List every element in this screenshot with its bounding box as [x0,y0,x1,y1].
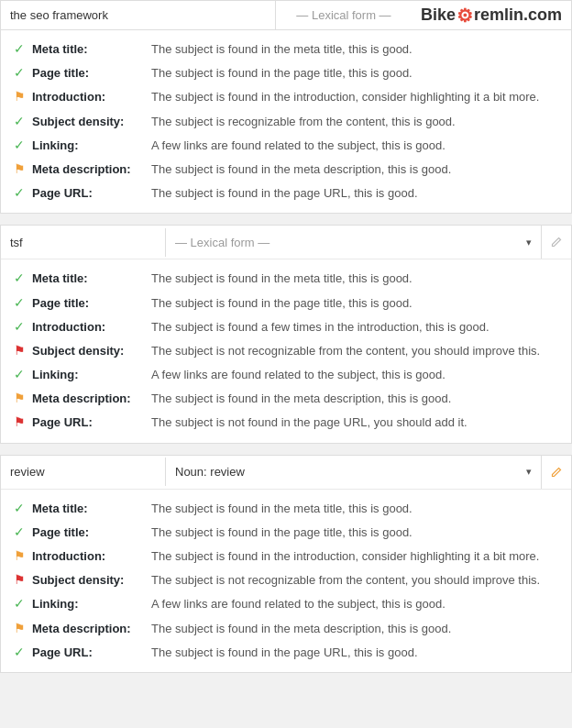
section-3-results: ✓ Meta title: The subject is found in th… [1,490,571,672]
row-value: The subject is found in the meta title, … [151,270,412,287]
row-label: Linking: [32,597,151,611]
section-2: — Lexical form — ▾ ✓ Meta title: The sub… [0,225,572,443]
table-row: ⚑ Meta description: The subject is found… [14,617,558,641]
lexical-dropdown-3-text: Noun: review [175,465,522,479]
lexical-dropdown-2[interactable]: — Lexical form — ▾ [166,226,542,259]
row-value: The subject is found in the introduction… [151,548,539,565]
row-label: Page title: [32,66,151,80]
gear-icon: ⚙ [456,5,473,27]
section-3: Noun: review ▾ ✓ Meta title: The subject… [0,455,572,673]
status-icon-green: ✓ [14,645,32,659]
table-row: ✓ Linking: A few links are found related… [14,134,558,158]
chevron-down-icon: ▾ [526,466,532,478]
row-value: A few links are found related to the sub… [151,367,446,383]
table-row: ✓ Linking: A few links are found related… [14,592,558,616]
row-label: Meta title: [32,502,151,515]
table-row: ✓ Meta title: The subject is found in th… [14,267,558,291]
table-row: ⚑ Meta description: The subject is found… [14,387,558,411]
status-icon-orange: ⚑ [14,548,32,563]
row-label: Page URL: [32,186,151,200]
status-icon-orange: ⚑ [14,391,32,405]
section-2-results: ✓ Meta title: The subject is found in th… [1,259,571,442]
table-row: ✓ Page title: The subject is found in th… [14,292,558,315]
row-label: Introduction: [32,549,151,563]
row-value: The subject is found in the meta descrip… [151,161,451,178]
status-icon-green: ✓ [14,524,32,539]
row-label: Subject density: [32,344,151,358]
row-value: The subject is not recognizable from the… [151,343,540,359]
status-icon-red: ⚑ [14,343,32,358]
status-icon-green: ✓ [14,185,32,200]
row-label: Page URL: [32,415,151,429]
bikegremlin-logo: Bike⚙remlin.com [412,5,571,27]
table-row: ⚑ Subject density: The subject is not re… [14,568,558,592]
edit-icon-2[interactable] [542,226,571,259]
status-icon-red: ⚑ [14,572,32,587]
row-value: The subject is found in the meta descrip… [151,391,451,407]
row-label: Subject density: [32,115,151,128]
keyword-input-3[interactable] [1,458,166,486]
table-row: ✓ Introduction: The subject is found a f… [14,315,558,339]
row-value: The subject is recognizable from the con… [151,114,456,130]
row-label: Meta description: [32,392,151,405]
table-row: ⚑ Introduction: The subject is found in … [14,85,558,109]
section-2-header: — Lexical form — ▾ [1,226,571,259]
row-label: Meta title: [32,42,151,56]
row-value: The subject is found in the page URL, th… [151,185,418,202]
chevron-down-icon: ▾ [526,237,532,248]
row-value: The subject is found in the page URL, th… [151,645,418,661]
table-row: ⚑ Subject density: The subject is not re… [14,339,558,363]
status-icon-green: ✓ [14,295,32,310]
table-row: ⚑ Page URL: The subject is not found in … [14,411,558,435]
row-value: The subject is found in the page title, … [151,65,412,82]
lexical-label-1: — Lexical form — [276,8,412,22]
status-icon-green: ✓ [14,596,32,611]
status-icon-green: ✓ [14,65,32,80]
table-row: ✓ Linking: A few links are found related… [14,363,558,387]
row-label: Page URL: [32,645,151,659]
row-value: The subject is found in the meta title, … [151,41,412,58]
lexical-dropdown-3[interactable]: Noun: review ▾ [166,456,542,489]
status-icon-orange: ⚑ [14,89,32,104]
row-label: Introduction: [32,90,151,104]
row-value: The subject is not found in the page URL… [151,414,468,431]
status-icon-red: ⚑ [14,414,32,429]
row-label: Meta title: [32,271,151,285]
keyword-input-1[interactable] [1,1,276,29]
row-value: The subject is found in the page title, … [151,524,412,541]
row-label: Page title: [32,525,151,539]
row-label: Linking: [32,368,151,381]
section-1: — Lexical form — Bike⚙remlin.com ✓ Meta … [0,0,572,214]
lexical-dropdown-2-text: — Lexical form — [175,236,522,249]
row-value: The subject is found in the page title, … [151,295,412,312]
status-icon-orange: ⚑ [14,161,32,176]
status-icon-green: ✓ [14,367,32,381]
edit-icon-3[interactable] [542,456,571,489]
table-row: ✓ Meta title: The subject is found in th… [14,38,558,61]
status-icon-green: ✓ [14,501,32,515]
table-row: ⚑ Introduction: The subject is found in … [14,545,558,568]
row-value: The subject is found in the meta descrip… [151,621,451,637]
row-value: A few links are found related to the sub… [151,138,446,154]
status-icon-green: ✓ [14,41,32,56]
table-row: ⚑ Meta description: The subject is found… [14,158,558,182]
status-icon-orange: ⚑ [14,621,32,635]
table-row: ✓ Page title: The subject is found in th… [14,61,558,85]
row-label: Meta description: [32,622,151,635]
row-value: A few links are found related to the sub… [151,596,446,612]
table-row: ✓ Subject density: The subject is recogn… [14,110,558,134]
table-row: ✓ Page title: The subject is found in th… [14,521,558,545]
table-row: ✓ Page URL: The subject is found in the … [14,182,558,205]
section-1-header: — Lexical form — Bike⚙remlin.com [1,1,571,30]
row-value: The subject is found a few times in the … [151,319,490,336]
row-label: Page title: [32,296,151,310]
row-label: Subject density: [32,573,151,587]
keyword-input-2[interactable] [1,228,166,257]
status-icon-green: ✓ [14,114,32,128]
row-value: The subject is not recognizable from the… [151,572,540,589]
status-icon-green: ✓ [14,319,32,334]
status-icon-green: ✓ [14,270,32,285]
table-row: ✓ Page URL: The subject is found in the … [14,641,558,665]
row-value: The subject is found in the meta title, … [151,501,412,517]
row-label: Meta description: [32,162,151,176]
